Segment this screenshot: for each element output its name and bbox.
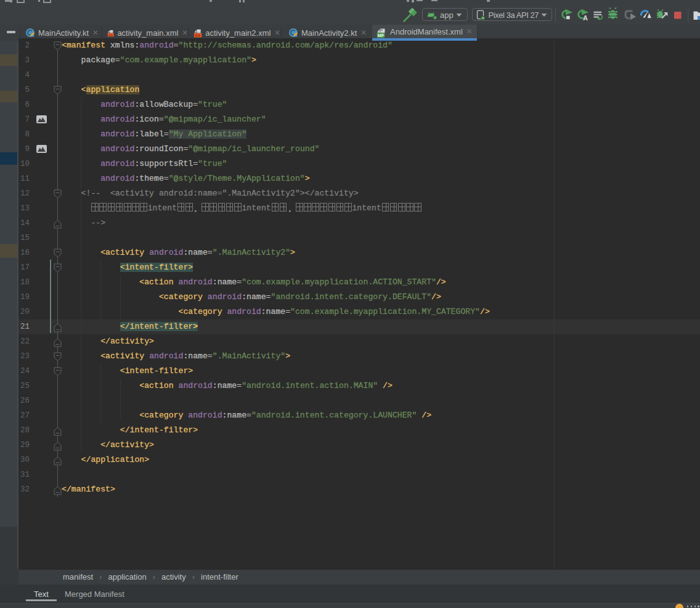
svg-text:<>: <> [195,33,201,38]
svg-text:Pixel 3a API 27: Pixel 3a API 27 [489,10,539,20]
svg-text:app: app [440,10,454,20]
svg-text:<>: <> [108,33,113,37]
svg-text:MF: MF [378,33,385,38]
svg-text:A: A [583,14,588,22]
